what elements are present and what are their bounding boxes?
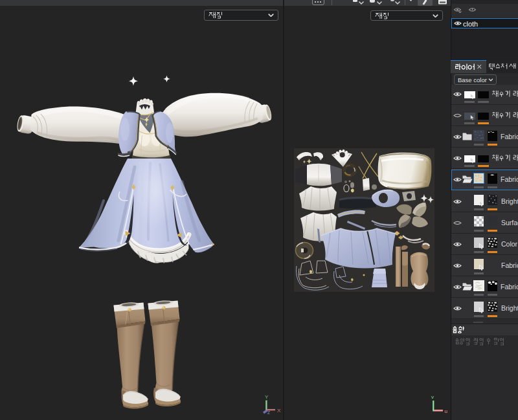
svg-text:Y: Y (265, 394, 269, 400)
svg-text:u: u (445, 408, 447, 414)
svg-text:v: v (431, 394, 434, 400)
svg-text:Z: Z (267, 410, 270, 415)
svg-text:X: X (277, 408, 281, 414)
